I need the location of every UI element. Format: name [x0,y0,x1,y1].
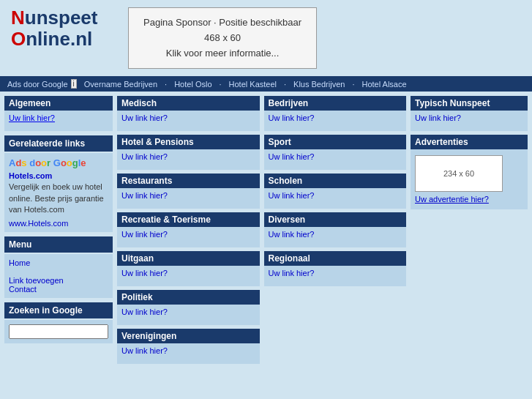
cat-hotel-pensions: Hotel & Pensions Uw link hier? [117,135,260,170]
sidebar-algemeen: Algemeen Uw link hier? [4,96,113,131]
cat-hotel-pensions-body: Uw link hier? [117,149,260,170]
cat-restaurants-body: Uw link hier? [117,188,260,209]
cat-typisch-nunspeet-header: Typisch Nunspeet [411,96,528,111]
sidebar-algemeen-link[interactable]: Uw link hier? [9,113,55,122]
cat-regionaal-header: Regionaal [264,251,407,266]
nav-link-klus[interactable]: Klus Bedrijven [293,80,345,89]
categories-col-right: Bedrijven Uw link hier? Sport Uw link hi… [264,96,407,364]
cat-restaurants: Restaurants Uw link hier? [117,174,260,209]
cat-recreatie: Recreatie & Toerisme Uw link hier? [117,212,260,247]
menu-contact[interactable]: Contact [9,285,37,294]
sidebar-menu: Menu Home Link toevoegen Contact [4,236,113,298]
cat-sport-header: Sport [264,135,407,149]
cat-sport-link[interactable]: Uw link hier? [269,152,315,161]
sidebar-ads-google: Ads door Google [9,157,108,168]
cat-bedrijven-link[interactable]: Uw link hier? [269,113,315,122]
advertenties-body: 234 x 60 Uw advertentie hier? [411,149,528,209]
cat-verenigingen-header: Verenigingen [117,329,260,343]
adv-link[interactable]: Uw advertentie hier? [415,195,489,204]
cat-uitgaan-body: Uw link hier? [117,266,260,286]
cat-politiek-body: Uw link hier? [117,305,260,325]
cat-uitgaan-link[interactable]: Uw link hier? [121,269,168,277]
cat-typisch-nunspeet-link[interactable]: Uw link hier? [415,113,461,122]
content-area: Medisch Uw link hier? Hotel & Pensions U… [117,96,528,364]
sponsor-line2: 468 x 60 [143,31,301,46]
cat-diversen-link[interactable]: Uw link hier? [269,230,315,239]
logo-n: N [11,7,25,29]
header: Nunspeet Online.nl Pagina Sponsor · Posi… [0,0,532,76]
cat-hotel-pensions-header: Hotel & Pensions [117,135,260,149]
cat-advertenties: Advertenties 234 x 60 Uw advertentie hie… [411,135,528,209]
cat-sport: Sport Uw link hier? [264,135,407,170]
sponsor-box[interactable]: Pagina Sponsor · Positie beschikbaar 468… [128,7,317,69]
menu-add-link[interactable]: Link toevoegen [9,276,64,285]
hotels-url[interactable]: www.Hotels.com [9,219,68,228]
cat-verenigingen: Verenigingen Uw link hier? [117,329,260,364]
sidebar-related-content: Ads door Google Hotels.com Vergelijk en … [4,153,113,231]
cat-verenigingen-body: Uw link hier? [117,343,260,364]
cat-regionaal-body: Uw link hier? [264,266,407,286]
sidebar-related-header: Gerelateerde links [4,135,113,152]
cat-bedrijven-header: Bedrijven [264,96,407,111]
main-layout: Algemeen Uw link hier? Gerelateerde link… [0,92,532,368]
cat-typisch-nunspeet-body: Uw link hier? [411,111,528,131]
cat-hotel-pensions-link[interactable]: Uw link hier? [121,152,168,161]
cat-politiek: Politiek Uw link hier? [117,290,260,325]
cat-medisch-header: Medisch [117,96,260,111]
nav-link-overname[interactable]: Overname Bedrijven [84,80,157,89]
menu-home[interactable]: Home [9,258,30,267]
nav-link-oslo[interactable]: Hotel Oslo [174,80,211,89]
nav-bar: Ads door Google i Overname Bedrijven · H… [0,76,532,92]
cat-verenigingen-link[interactable]: Uw link hier? [121,346,168,355]
cat-recreatie-link[interactable]: Uw link hier? [121,230,168,239]
cat-diversen-body: Uw link hier? [264,227,407,247]
cat-diversen: Diversen Uw link hier? [264,212,407,247]
search-input[interactable] [9,324,108,339]
sidebar-algemeen-header: Algemeen [4,96,113,111]
cat-politiek-header: Politiek [117,290,260,305]
cat-uitgaan-header: Uitgaan [117,251,260,266]
cat-scholen: Scholen Uw link hier? [264,174,407,209]
cat-politiek-link[interactable]: Uw link hier? [121,307,168,316]
cat-recreatie-body: Uw link hier? [117,227,260,247]
sidebar-zoeken-header: Zoeken in Google [4,302,113,318]
logo: Nunspeet Online.nl [11,7,113,49]
cat-scholen-body: Uw link hier? [264,188,407,209]
categories-col-far-right: Typisch Nunspeet Uw link hier? Advertent… [411,96,528,364]
sidebar-zoeken: Zoeken in Google [4,302,113,343]
nav-link-alsace[interactable]: Hotel Alsace [361,80,406,89]
cat-medisch: Medisch Uw link hier? [117,96,260,131]
cat-bedrijven: Bedrijven Uw link hier? [264,96,407,131]
cat-uitgaan: Uitgaan Uw link hier? [117,251,260,286]
adv-banner[interactable]: 234 x 60 [415,155,503,192]
sidebar-menu-content: Home Link toevoegen Contact [4,254,113,298]
cat-restaurants-link[interactable]: Uw link hier? [121,191,168,200]
categories-col-left: Medisch Uw link hier? Hotel & Pensions U… [117,96,260,364]
cat-restaurants-header: Restaurants [117,174,260,188]
hotels-link[interactable]: Hotels.com [9,171,52,180]
sidebar-algemeen-body: Uw link hier? [4,111,113,131]
cat-medisch-body: Uw link hier? [117,111,260,131]
sponsor-line1: Pagina Sponsor · Positie beschikbaar [143,15,301,31]
cat-diversen-header: Diversen [264,212,407,227]
cat-scholen-link[interactable]: Uw link hier? [269,191,315,200]
nav-ads-label: Ads door Google i [7,79,77,89]
cat-regionaal-link[interactable]: Uw link hier? [269,269,315,277]
cat-recreatie-header: Recreatie & Toerisme [117,212,260,227]
logo-o: O [11,28,26,50]
cat-medisch-link[interactable]: Uw link hier? [121,113,168,122]
sidebar-menu-header: Menu [4,236,113,253]
cat-regionaal: Regionaal Uw link hier? [264,251,407,286]
cat-sport-body: Uw link hier? [264,149,407,170]
sponsor-line3: Klik voor meer informatie... [143,46,301,61]
cat-scholen-header: Scholen [264,174,407,188]
cat-bedrijven-body: Uw link hier? [264,111,407,131]
sidebar: Algemeen Uw link hier? Gerelateerde link… [4,96,113,364]
advertenties-header: Advertenties [411,135,528,149]
sidebar-zoeken-content [4,320,113,343]
sidebar-related: Gerelateerde links Ads door Google Hotel… [4,135,113,231]
hotels-desc: Vergelijk en boek uw hotel online. Beste… [9,182,108,215]
cat-typisch-nunspeet: Typisch Nunspeet Uw link hier? [411,96,528,131]
nav-link-kasteel[interactable]: Hotel Kasteel [229,80,277,89]
